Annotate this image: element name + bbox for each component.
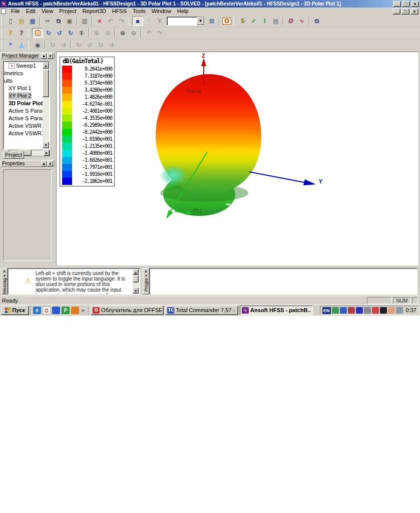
project-tab[interactable]: Project <box>3 151 24 159</box>
quick-launch-overflow-chevron[interactable]: » <box>81 307 85 314</box>
help-button[interactable]: ? <box>5 28 16 38</box>
menu-file[interactable]: File <box>8 8 23 15</box>
polar-plot-view[interactable]: dB(GainTotal) 9.2641e+0007.3187e+0005.37… <box>56 52 418 266</box>
flashget-quicklaunch-icon[interactable]: P <box>62 307 70 314</box>
mdi-child-icon[interactable] <box>1 9 6 14</box>
mdi-close-button[interactable]: × <box>410 9 418 15</box>
tree-item-active-s-paramete[interactable]: Active S Paramete <box>4 107 43 115</box>
tree-item-xy-plot-2[interactable]: XY Plot 2 <box>4 92 43 100</box>
rotate-screen-button[interactable]: ↻ <box>65 28 76 38</box>
task-ansoft-hfss[interactable]: ∿Ansoft HFSS - patchB... <box>240 306 313 315</box>
new-button[interactable]: ▯ <box>5 16 16 26</box>
open-button[interactable]: ▤ <box>16 16 27 26</box>
tree-item-xy-plot-1[interactable]: XY Plot 1 <box>4 85 43 92</box>
optimetrics-button[interactable]: O <box>221 16 232 26</box>
menu-edit[interactable]: Edit <box>23 8 39 15</box>
scroll-down-button[interactable]: ▼ <box>43 142 49 148</box>
mdi-restore-button[interactable]: □ <box>401 9 409 15</box>
scroll-up-button[interactable]: ▲ <box>133 269 139 275</box>
project-manager-close-button[interactable]: x <box>48 53 53 59</box>
create-report-button[interactable]: ∿ <box>296 16 307 26</box>
tree-item-3d-polar-plot-1[interactable]: 3D Polar Plot 1 <box>4 100 43 107</box>
messenger-quicklaunch-icon[interactable] <box>52 307 60 314</box>
tray-icon-display[interactable] <box>340 307 347 314</box>
scroll-up-button[interactable]: ▲ <box>43 62 49 69</box>
solution-data-button[interactable]: S <box>237 16 248 26</box>
opera-quicklaunch-icon[interactable]: O <box>43 307 51 314</box>
minimize-button[interactable]: _ <box>393 1 401 7</box>
properties-collapse-button[interactable]: ▴ <box>41 161 47 166</box>
analyze-button[interactable]: ! <box>259 16 270 26</box>
print-button[interactable]: ▥ <box>79 16 90 26</box>
project-manager-collapse-button[interactable]: ▴ <box>41 53 47 59</box>
task-total-commander[interactable]: TCTotal Commander 7.57 - ... <box>165 306 238 315</box>
cut-button[interactable]: ✂ <box>42 16 53 26</box>
rotate-model-button[interactable]: ↻ <box>43 28 54 38</box>
menu-project[interactable]: Project <box>56 8 79 15</box>
selection-combobox[interactable]: ▼ <box>167 17 205 26</box>
dynamic-zoom-button[interactable]: ① <box>76 28 87 38</box>
scrollbar-thumb[interactable] <box>133 276 139 283</box>
tree-item-ults[interactable]: ults <box>4 77 43 85</box>
radiation-pattern-button[interactable] <box>16 40 27 50</box>
model-tree-button[interactable]: ⊞ <box>206 16 217 26</box>
ie-quicklaunch-icon[interactable]: e <box>33 307 41 314</box>
progress-close-button[interactable]: x <box>145 269 147 274</box>
properties-close-button[interactable]: x <box>48 161 53 166</box>
save-button[interactable]: ▦ <box>27 16 38 26</box>
close-button[interactable]: × <box>411 1 419 7</box>
tray-icon-ball[interactable] <box>372 307 379 314</box>
project-tree-vertical-scrollbar[interactable]: ▲ ▼ <box>43 62 49 148</box>
tree-item-active-s-paramete[interactable]: Active S Paramete <box>4 115 43 122</box>
fields-overlay-button[interactable]: * <box>5 40 16 50</box>
message-manager-collapse-button[interactable]: ◂ <box>4 274 6 278</box>
language-indicator[interactable]: EN <box>322 307 331 314</box>
tree-item-sweep1[interactable]: ∿Sweep1 <box>4 62 43 70</box>
field-overlay-button[interactable]: Ø <box>285 16 296 26</box>
tray-icon-flag[interactable] <box>348 307 355 314</box>
select-object-button[interactable]: ▪ <box>132 16 143 26</box>
progress-collapse-button[interactable]: ◂ <box>145 274 147 278</box>
tray-icon-camera[interactable] <box>396 307 403 314</box>
tray-icon-ring[interactable] <box>364 307 371 314</box>
tray-icon-network[interactable] <box>332 307 339 314</box>
copy-button[interactable]: ⧉ <box>53 16 64 26</box>
results-button[interactable]: ▤ <box>270 16 281 26</box>
combobox-dropdown-arrow[interactable]: ▼ <box>197 17 204 25</box>
menu-tools[interactable]: Tools <box>130 8 149 15</box>
context-help-button[interactable]: ? <box>16 28 27 38</box>
tree-item-active-vswr[interactable]: Active VSWR <box>4 122 43 130</box>
scrollbar-thumb[interactable] <box>43 69 49 97</box>
visibility-button[interactable]: ◉ <box>32 40 43 50</box>
tree-item-imetrics[interactable]: imetrics <box>4 70 43 77</box>
taskbar-clock[interactable]: 0:37 <box>406 306 416 315</box>
scroll-right-button[interactable]: ▶ <box>44 150 50 156</box>
menu-window[interactable]: Window <box>149 8 174 15</box>
zoom-in-button[interactable]: ⊕ <box>117 28 128 38</box>
menu-help[interactable]: Help <box>174 8 192 15</box>
warning-message[interactable]: Left-alt + shift is currently used by th… <box>36 271 136 295</box>
mdi-minimize-button[interactable]: _ <box>392 9 400 15</box>
start-button[interactable]: Пуск <box>1 306 29 315</box>
pan-button[interactable] <box>32 28 43 38</box>
tree-item-active-vswr1[interactable]: Active VSWR1 <box>4 130 43 137</box>
scroll-down-button[interactable]: ▼ <box>133 288 139 294</box>
menu-view[interactable]: View <box>39 8 57 15</box>
rotate-axis-button[interactable]: ↺ <box>54 28 65 38</box>
paste-button[interactable]: ▣ <box>64 16 75 26</box>
zoom-out-button[interactable]: ⊖ <box>128 28 139 38</box>
task-obluchatel[interactable]: OОблучатель для OFFSE... <box>91 306 164 315</box>
tray-icon-camera-dark[interactable] <box>380 307 387 314</box>
arrange-windows-button[interactable]: ⧉ <box>311 16 322 26</box>
browser-quicklaunch-icon[interactable] <box>71 307 79 314</box>
tray-icon-hand[interactable] <box>388 307 395 314</box>
tray-icon-app-blue[interactable] <box>356 307 363 314</box>
restore-button[interactable]: □ <box>402 1 410 7</box>
menu-report3d[interactable]: Report3D <box>80 8 109 15</box>
delete-button[interactable]: × <box>94 16 105 26</box>
validate-button[interactable]: ✔ <box>248 16 259 26</box>
message-manager-close-button[interactable]: x <box>3 269 5 274</box>
menu-hfss[interactable]: HFSS <box>109 8 130 15</box>
message-scrollbar[interactable]: ▲ ▼ <box>133 269 139 294</box>
legend-entry: 5.3734e+000 <box>60 80 114 87</box>
